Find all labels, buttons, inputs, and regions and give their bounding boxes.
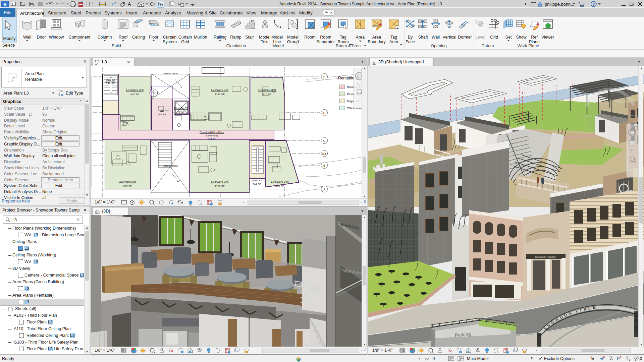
svg-text:Group: Group	[287, 40, 299, 44]
svg-text:Vertical: Vertical	[443, 35, 457, 40]
svg-text:Tag: Tag	[340, 35, 346, 40]
svg-text:Stair: Stair	[245, 35, 254, 40]
svg-text:Model: Model	[259, 35, 270, 40]
svg-text:Door: Door	[37, 35, 46, 40]
svg-text:Area: Area	[372, 35, 381, 40]
svg-text:Shaft: Shaft	[418, 35, 428, 40]
svg-text:1: 1	[476, 20, 477, 23]
svg-text:Floor: Floor	[149, 35, 158, 40]
svg-text:885 SF: 885 SF	[123, 185, 132, 188]
svg-text:Roof: Roof	[119, 35, 128, 40]
svg-text:A: A	[323, 188, 325, 191]
svg-text:Common): Common)	[206, 134, 218, 137]
svg-text:Grid: Grid	[181, 40, 189, 44]
svg-text:Level: Level	[475, 35, 485, 40]
svg-text:Elevator E2: Elevator E2	[174, 107, 188, 110]
svg-text:Modify: Modify	[3, 36, 16, 41]
svg-text:647 SF: 647 SF	[130, 93, 139, 96]
svg-text:System: System	[163, 40, 177, 44]
svg-text:By: By	[408, 35, 413, 40]
svg-text:248 SF: 248 SF	[106, 82, 115, 85]
svg-text:Ramp: Ramp	[230, 35, 241, 40]
svg-text:289 SF: 289 SF	[158, 113, 166, 116]
svg-text:Model: Model	[271, 35, 283, 40]
svg-text:Room: Room	[304, 35, 315, 40]
svg-text:Window: Window	[49, 35, 64, 40]
svg-text:Grid: Grid	[490, 35, 498, 40]
svg-text:B: B	[323, 164, 325, 167]
svg-text:Loft: Loft	[160, 109, 164, 112]
svg-text:Snowdon Towers: Snowdon Towers	[535, 255, 556, 258]
svg-text:Live/Work Unit: Live/Work Unit	[271, 180, 289, 183]
svg-text:Live/Work Unit: Live/Work Unit	[211, 88, 229, 92]
svg-text:Room & Area: Room & Area	[336, 44, 361, 48]
svg-text:Live/Work Unit: Live/Work Unit	[258, 88, 276, 92]
svg-text:Corridor/Utility (Floor: Corridor/Utility (Floor	[200, 131, 224, 134]
svg-text:Dormer: Dormer	[458, 35, 472, 40]
svg-text:Separator: Separator	[317, 40, 335, 44]
svg-text:Component: Component	[69, 35, 91, 40]
svg-text:D: D	[323, 111, 326, 115]
svg-text:R: R	[3, 2, 7, 7]
svg-text:E: E	[323, 75, 325, 79]
svg-text:1: 1	[396, 26, 398, 29]
svg-text:Wall: Wall	[23, 35, 31, 40]
svg-text:Work Plane: Work Plane	[518, 44, 539, 48]
svg-text:Mullion: Mullion	[194, 35, 207, 40]
svg-text:1: 1	[345, 25, 346, 28]
svg-text:Stair S3: Stair S3	[252, 179, 262, 182]
svg-text:Circulation: Circulation	[226, 44, 246, 48]
svg-text:1190 SF: 1190 SF	[215, 185, 225, 188]
svg-text:Opening: Opening	[431, 44, 446, 48]
svg-text:philippe.bonn...: philippe.bonn...	[545, 2, 574, 7]
svg-text:Datum: Datum	[482, 44, 494, 48]
svg-text:Set: Set	[505, 35, 512, 40]
svg-text:Open to below: Open to below	[163, 72, 178, 75]
svg-text:Column: Column	[97, 35, 112, 40]
svg-text:1145 SF: 1145 SF	[215, 93, 225, 96]
svg-text:Viewer: Viewer	[541, 35, 554, 40]
svg-text:A: A	[128, 1, 131, 7]
svg-text:Stair S2: Stair S2	[106, 78, 115, 81]
svg-text:Boundary: Boundary	[368, 40, 386, 44]
svg-text:Text: Text	[261, 40, 269, 44]
svg-text:Tag: Tag	[390, 35, 397, 40]
svg-text:Area: Area	[356, 35, 365, 40]
svg-text:Build: Build	[112, 44, 121, 48]
svg-text:Wall: Wall	[432, 35, 440, 40]
svg-text:Railing: Railing	[214, 35, 226, 40]
svg-text:Curtain: Curtain	[163, 35, 176, 40]
svg-text:Face: Face	[406, 40, 415, 44]
svg-text:79 SF: 79 SF	[177, 110, 184, 113]
svg-text:Ref: Ref	[531, 35, 538, 40]
svg-text:Ceiling: Ceiling	[132, 35, 145, 40]
svg-text:FRONT: FRONT	[614, 99, 630, 104]
svg-text:Select: Select	[2, 43, 14, 48]
svg-text:Model: Model	[272, 44, 284, 48]
svg-text:244 SF: 244 SF	[253, 183, 261, 186]
svg-text:Open to below: Open to below	[163, 165, 178, 167]
svg-text:B.1: B.1	[322, 153, 327, 156]
svg-text:Model: Model	[287, 35, 299, 40]
svg-text:C: C	[323, 139, 326, 142]
svg-text:Show: Show	[516, 35, 527, 40]
svg-text:Room: Room	[320, 35, 331, 40]
svg-text:Curtain: Curtain	[178, 35, 192, 40]
svg-text:Live/Work Unit: Live/Work Unit	[119, 180, 137, 183]
svg-text:Area: Area	[389, 40, 398, 44]
svg-text:841 SF: 841 SF	[208, 137, 216, 140]
svg-text:Autodesk Revit 2024 - Snowdon: Autodesk Revit 2024 - Snowdon Towers Sam…	[279, 2, 442, 6]
svg-text:816 SF: 816 SF	[263, 93, 271, 96]
svg-text:623 SF: 623 SF	[275, 185, 284, 188]
svg-text:Live/Work Unit: Live/Work Unit	[211, 180, 229, 183]
svg-text:?: ?	[592, 2, 595, 7]
svg-text:Live/Work Unit: Live/Work Unit	[126, 88, 144, 92]
svg-text:Parking: Parking	[454, 331, 471, 338]
